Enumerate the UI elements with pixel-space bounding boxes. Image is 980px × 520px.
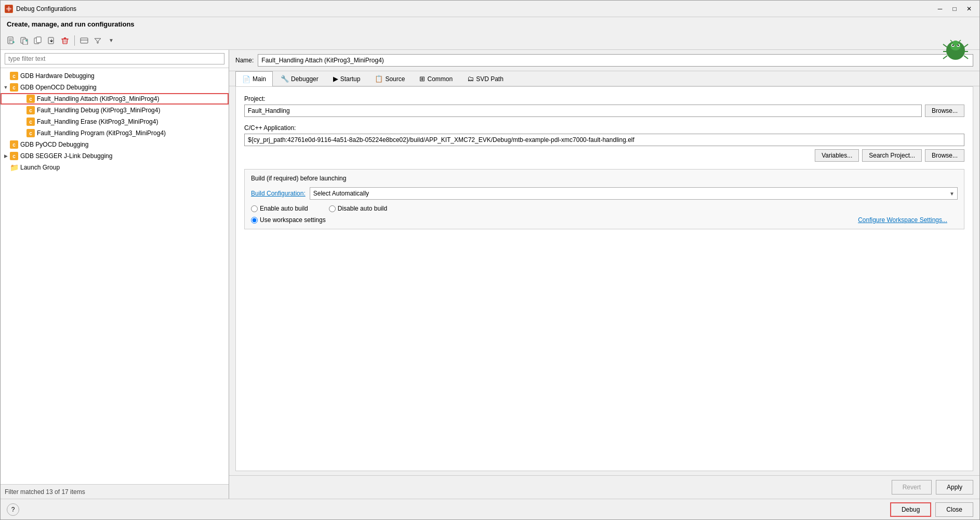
maximize-button[interactable]: □ bbox=[948, 4, 961, 14]
footer-right: Debug Close bbox=[890, 502, 973, 517]
build-config-link[interactable]: Build Configuration: bbox=[251, 190, 306, 197]
expand-icon-gdb-pyocd bbox=[3, 141, 9, 148]
tab-debugger[interactable]: 🔧 Debugger bbox=[274, 71, 325, 86]
build-config-row: Build Configuration: Select Automaticall… bbox=[251, 187, 958, 200]
dropdown-button[interactable]: ▼ bbox=[105, 34, 117, 47]
expand-icon-fault-attach bbox=[19, 96, 25, 102]
tree-item-fault-erase[interactable]: c Fault_Handling Erase (KitProg3_MiniPro… bbox=[1, 116, 229, 127]
duplicate-button[interactable] bbox=[32, 34, 44, 47]
tab-common[interactable]: ⊞ Common bbox=[413, 71, 459, 86]
project-input[interactable] bbox=[244, 105, 922, 117]
tree-label-gdb-segger: GDB SEGGER J-Link Debugging bbox=[20, 152, 112, 160]
search-project-button[interactable]: Search Project... bbox=[862, 149, 922, 162]
application-buttons-row: Variables... Search Project... Browse... bbox=[244, 149, 964, 162]
radio-workspace-input[interactable] bbox=[251, 217, 258, 224]
node-icon-fault-debug: c bbox=[27, 106, 35, 114]
application-field-group: C/C++ Application: Variables... Search P… bbox=[244, 124, 964, 162]
expand-icon-fault-debug bbox=[19, 107, 25, 113]
tab-main[interactable]: 📄 Main bbox=[235, 71, 273, 86]
application-input[interactable] bbox=[244, 134, 964, 146]
collapse-all-button[interactable] bbox=[78, 34, 90, 47]
tab-debugger-label: Debugger bbox=[291, 75, 319, 83]
tab-source[interactable]: 📋 Source bbox=[368, 71, 412, 86]
minimize-button[interactable]: ─ bbox=[934, 4, 946, 14]
project-browse-button[interactable]: Browse... bbox=[925, 105, 964, 117]
bug-icon bbox=[942, 36, 969, 63]
node-icon-launch-group: 📁 bbox=[10, 163, 18, 172]
tabs-bar: 📄 Main 🔧 Debugger ▶ Startup 📋 Source ⊞ bbox=[229, 71, 979, 86]
debugger-tab-icon: 🔧 bbox=[281, 75, 289, 83]
subtitle: Create, manage, and run configurations bbox=[1, 17, 979, 31]
radio-disable-input[interactable] bbox=[329, 205, 336, 212]
expand-icon-fault-erase bbox=[19, 119, 25, 125]
configure-workspace-link[interactable]: Configure Workspace Settings... bbox=[858, 216, 947, 224]
window-controls: ─ □ ✕ bbox=[934, 4, 975, 14]
node-icon-fault-erase: c bbox=[27, 118, 35, 126]
common-tab-icon: ⊞ bbox=[419, 75, 425, 83]
application-browse-button[interactable]: Browse... bbox=[925, 149, 964, 162]
tree-label-launch-group: Launch Group bbox=[20, 164, 60, 171]
svg-line-13 bbox=[964, 44, 968, 47]
help-button[interactable]: ? bbox=[7, 503, 19, 516]
svg-line-15 bbox=[964, 56, 968, 59]
svg-rect-31 bbox=[81, 38, 88, 43]
tab-svd-label: SVD Path bbox=[476, 75, 504, 83]
radio-group-1: Enable auto build Disable auto build bbox=[251, 205, 958, 212]
tab-svd-path[interactable]: 🗂 SVD Path bbox=[460, 71, 510, 86]
radio-enable-auto-build[interactable]: Enable auto build bbox=[251, 205, 308, 212]
right-panel: Name: 📄 Main 🔧 Debugger ▶ Startup bbox=[229, 50, 979, 499]
tree-item-gdb-hw[interactable]: c GDB Hardware Debugging bbox=[1, 70, 229, 82]
revert-button[interactable]: Revert bbox=[892, 480, 932, 495]
radio-disable-auto-build[interactable]: Disable auto build bbox=[329, 205, 387, 212]
tree-item-launch-group[interactable]: 📁 Launch Group bbox=[1, 162, 229, 173]
new-config-button[interactable] bbox=[5, 34, 17, 47]
close-button[interactable]: Close bbox=[935, 502, 973, 517]
tree-item-fault-attach[interactable]: c Fault_Handling Attach (KitProg3_MiniPr… bbox=[1, 93, 229, 105]
project-row: Browse... bbox=[244, 105, 964, 117]
filter-input[interactable] bbox=[5, 53, 224, 64]
app-icon bbox=[5, 5, 13, 13]
tree-item-gdb-segger[interactable]: ▶ c GDB SEGGER J-Link Debugging bbox=[1, 150, 229, 162]
tree-label-fault-attach: Fault_Handling Attach (KitProg3_MiniProg… bbox=[37, 95, 159, 102]
tab-main-label: Main bbox=[253, 75, 266, 83]
build-section-title: Build (if required) before launching bbox=[251, 175, 958, 182]
apply-button[interactable]: Apply bbox=[936, 480, 973, 495]
bottom-actions: Revert Apply bbox=[229, 475, 979, 499]
close-window-button[interactable]: ✕ bbox=[963, 4, 975, 14]
svg-line-17 bbox=[950, 40, 952, 42]
radio-enable-label: Enable auto build bbox=[260, 205, 308, 212]
tree-item-gdb-pyocd[interactable]: c GDB PyOCD Debugging bbox=[1, 139, 229, 150]
tree-label-fault-program: Fault_Handling Program (KitProg3_MiniPro… bbox=[37, 129, 166, 137]
radio-workspace-settings[interactable]: Use workspace settings bbox=[251, 216, 326, 224]
export-button[interactable] bbox=[45, 34, 58, 47]
build-config-select-wrapper: Select Automatically Debug Release ▼ bbox=[310, 187, 958, 200]
radio-enable-input[interactable] bbox=[251, 205, 258, 212]
tree-area: c GDB Hardware Debugging ▼ c GDB OpenOCD… bbox=[1, 68, 229, 484]
node-icon-gdb-hw: c bbox=[10, 72, 18, 80]
application-row bbox=[244, 134, 964, 146]
project-field-group: Project: Browse... bbox=[244, 95, 964, 117]
tree-item-fault-program[interactable]: c Fault_Handling Program (KitProg3_MiniP… bbox=[1, 127, 229, 139]
tree-label-fault-erase: Fault_Handling Erase (KitProg3_MiniProg4… bbox=[37, 118, 158, 125]
tree-label-gdb-hw: GDB Hardware Debugging bbox=[20, 72, 95, 80]
build-config-select[interactable]: Select Automatically Debug Release bbox=[310, 187, 958, 200]
tab-startup-label: Startup bbox=[340, 75, 361, 83]
expand-icon-fault-program bbox=[19, 130, 25, 136]
tree-item-gdb-openocd[interactable]: ▼ c GDB OpenOCD Debugging bbox=[1, 82, 229, 93]
svg-line-18 bbox=[959, 40, 961, 42]
main-tab-icon: 📄 bbox=[242, 75, 250, 83]
debug-button[interactable]: Debug bbox=[890, 502, 931, 517]
application-label: C/C++ Application: bbox=[244, 124, 964, 132]
name-input[interactable] bbox=[258, 54, 973, 67]
tab-startup[interactable]: ▶ Startup bbox=[326, 71, 367, 86]
filter-button[interactable] bbox=[91, 34, 104, 47]
filter-box bbox=[1, 50, 229, 68]
node-icon-fault-attach: c bbox=[27, 95, 35, 103]
radio-group-2: Use workspace settings Configure Workspa… bbox=[251, 216, 958, 224]
tree-item-fault-debug[interactable]: c Fault_Handling Debug (KitProg3_MiniPro… bbox=[1, 105, 229, 116]
expand-icon-gdb-hw bbox=[3, 73, 9, 79]
node-icon-gdb-segger: c bbox=[10, 152, 18, 160]
delete-button[interactable] bbox=[59, 34, 71, 47]
variables-button[interactable]: Variables... bbox=[815, 149, 859, 162]
new-config-type-button[interactable] bbox=[18, 34, 31, 47]
